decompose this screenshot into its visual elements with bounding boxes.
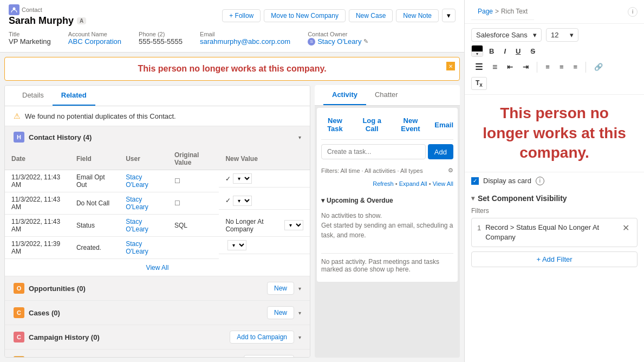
cases-section: C Cases (0) New ▾ <box>5 301 310 325</box>
filters-gear-icon[interactable]: ⚙ <box>448 167 453 174</box>
view-all-activity-link[interactable]: View All <box>433 180 453 187</box>
user-link[interactable]: Stacy O'Leary <box>126 218 148 233</box>
new-case-button[interactable]: New Case <box>349 9 393 22</box>
indent-right-button[interactable]: ⇥ <box>519 61 532 73</box>
link-button[interactable]: 🔗 <box>590 61 607 73</box>
indent-left-button[interactable]: ⇤ <box>503 61 517 73</box>
view-all-link[interactable]: View All <box>146 264 169 272</box>
row-dropdown[interactable]: ▾ <box>233 173 252 184</box>
cases-header[interactable]: C Cases (0) New ▾ <box>5 301 310 325</box>
breadcrumb-page-link[interactable]: Page <box>478 8 493 15</box>
align-left-button[interactable]: ≡ <box>542 61 554 73</box>
notes-title: Notes & Attachments (0) <box>29 358 110 358</box>
opportunities-title: Opportunities (0) <box>29 285 86 293</box>
visibility-title: Set Component Visibility <box>478 194 567 203</box>
meta-owner: Contact Owner S Stacy O'Leary ✎ <box>308 31 368 46</box>
filter-close-button[interactable]: ✕ <box>620 223 632 233</box>
warning-close-button[interactable]: ✕ <box>446 62 455 70</box>
refresh-link[interactable]: Refresh <box>373 180 394 187</box>
upload-files-header-button[interactable]: Upload Files <box>244 355 294 358</box>
bold-button[interactable]: B <box>485 46 498 57</box>
italic-button[interactable]: I <box>500 46 510 57</box>
color-picker[interactable]: ▾ <box>471 45 483 57</box>
campaign-header[interactable]: C Campaign History (0) Add to Campaign ▾ <box>5 325 310 349</box>
align-center-button[interactable]: ≡ <box>556 61 568 73</box>
tab-details[interactable]: Details <box>14 86 53 106</box>
contact-icon <box>9 4 19 15</box>
add-filter-button[interactable]: + Add Filter <box>471 251 638 267</box>
align-right-button[interactable]: ≡ <box>570 61 582 73</box>
warning-text: This person no longer works at this comp… <box>138 64 326 74</box>
visibility-section: ▾ Set Component Visibility Filters 1 Rec… <box>465 190 644 274</box>
table-row: 11/3/2022, 11:39 AM Created. Stacy O'Lea… <box>5 237 310 259</box>
task-input-row: Add <box>321 144 453 159</box>
tab-related[interactable]: Related <box>53 86 95 106</box>
new-note-button[interactable]: New Note <box>396 9 439 22</box>
follow-button[interactable]: + Follow <box>222 9 261 22</box>
format-row: ▾ B I U S <box>471 45 638 57</box>
related-section: Details Related ⚠ We found no potential … <box>4 85 310 358</box>
visibility-header[interactable]: ▾ Set Component Visibility <box>471 190 638 207</box>
header-dropdown-button[interactable]: ▾ <box>442 9 456 22</box>
add-campaign-button[interactable]: Add to Campaign <box>230 331 294 344</box>
filter-card: 1 Record > Status Equal No Longer At Com… <box>471 218 638 247</box>
contact-history-title: Contact History (4) <box>29 133 92 141</box>
email-link[interactable]: sarahmurphy@abc.corp.com <box>200 37 290 46</box>
history-chevron: ▾ <box>298 134 301 140</box>
new-event-button[interactable]: New Event <box>395 117 426 133</box>
display-card-info-icon[interactable]: i <box>536 177 544 185</box>
info-button[interactable]: i <box>628 7 638 17</box>
activity-body: New Task Log a Call New Event Email Add … <box>317 108 458 282</box>
strikethrough-button[interactable]: S <box>526 46 539 57</box>
user-link[interactable]: Stacy O'Leary <box>126 240 148 255</box>
task-input[interactable] <box>321 144 426 159</box>
clear-format-button[interactable]: Tx <box>471 77 487 90</box>
col-field: Field <box>70 148 119 170</box>
cases-chevron: ▾ <box>298 310 301 316</box>
campaign-icon: C <box>14 332 24 342</box>
account-link[interactable]: ABC Corporation <box>68 37 121 46</box>
table-row: 11/3/2022, 11:43 AM Status Stacy O'Leary… <box>5 215 310 237</box>
notes-header[interactable]: N Notes & Attachments (0) Upload Files ▾ <box>5 350 310 358</box>
expand-all-link[interactable]: Expand All <box>399 180 427 187</box>
row-dropdown[interactable]: ▾ <box>227 240 246 250</box>
row-dropdown[interactable]: ▾ <box>284 220 303 230</box>
font-size-select[interactable]: 12 ▾ <box>546 28 578 42</box>
campaign-chevron: ▾ <box>298 334 301 340</box>
owner-edit-icon[interactable]: ✎ <box>363 38 368 45</box>
contact-name: Sarah Murphy A <box>9 15 86 27</box>
email-button[interactable]: Email <box>434 117 453 133</box>
cases-title: Cases (0) <box>29 309 60 317</box>
log-call-button[interactable]: Log a Call <box>357 117 387 133</box>
unordered-list-button[interactable]: ☰ <box>471 60 486 74</box>
visibility-chevron-icon: ▾ <box>471 195 474 202</box>
row-dropdown[interactable]: ▾ <box>233 196 252 206</box>
campaign-title: Campaign History (0) <box>29 333 100 341</box>
new-opportunity-button[interactable]: New <box>267 282 294 295</box>
underline-button[interactable]: U <box>512 46 524 57</box>
guest-badge: A <box>77 17 86 24</box>
new-case-section-button[interactable]: New <box>267 306 294 319</box>
opportunities-header[interactable]: O Opportunities (0) New ▾ <box>5 276 310 300</box>
view-all-row: View All <box>5 259 310 276</box>
add-task-button[interactable]: Add <box>428 144 453 159</box>
move-to-company-button[interactable]: Move to New Company <box>264 9 346 22</box>
chevron-upcoming-icon: ▾ <box>321 197 324 204</box>
contact-label: Contact <box>9 4 86 15</box>
details-related-tabs: Details Related <box>5 86 310 106</box>
font-family-select[interactable]: Salesforce Sans ▾ <box>471 28 542 42</box>
user-link[interactable]: Stacy O'Leary <box>126 196 148 211</box>
tab-chatter[interactable]: Chatter <box>366 85 407 105</box>
display-card-checkbox[interactable]: ✓ <box>471 177 479 185</box>
tab-activity[interactable]: Activity <box>323 85 366 105</box>
meta-email: Email sarahmurphy@abc.corp.com <box>200 31 290 46</box>
contact-history-header[interactable]: H Contact History (4) ▾ <box>5 126 310 148</box>
new-task-button[interactable]: New Task <box>321 117 349 133</box>
preview-text: This person nolonger works at thiscompan… <box>473 104 635 163</box>
ordered-list-button[interactable]: ≡ <box>489 61 501 74</box>
list-row: ☰ ≡ ⇤ ⇥ ≡ ≡ ≡ 🔗 <box>471 60 638 74</box>
owner-link[interactable]: Stacy O'Leary <box>317 37 361 46</box>
col-date: Date <box>5 148 70 170</box>
no-activities-text: No activities to show. Get started by se… <box>321 206 453 244</box>
user-link[interactable]: Stacy O'Leary <box>126 173 148 189</box>
